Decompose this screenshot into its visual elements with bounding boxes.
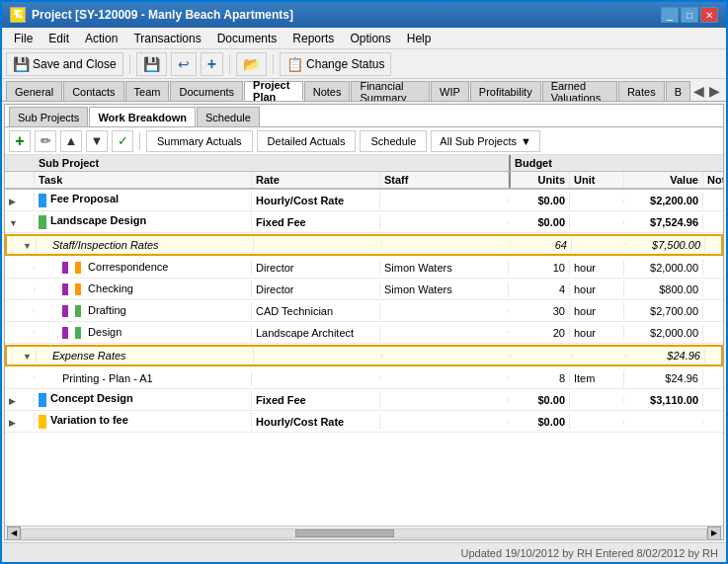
tab-contacts[interactable]: Contacts	[63, 81, 123, 101]
tab-earned-valuations[interactable]: Earned Valuations	[542, 81, 617, 101]
tab-sub-projects[interactable]: Sub Projects	[9, 107, 88, 126]
scrollbar-thumb[interactable]	[295, 529, 394, 537]
task-cell: Variation to fee	[35, 412, 252, 430]
change-status-button[interactable]: 📋 Change Status	[280, 52, 391, 76]
add-row-button[interactable]: +	[9, 130, 31, 152]
table-row[interactable]: Checking Director Simon Waters 4 hour $8…	[5, 279, 723, 300]
table-row[interactable]: Drafting CAD Technician 30 hour $2,700.0…	[5, 300, 723, 322]
sub-projects-dropdown[interactable]: All Sub Projects ▼	[431, 130, 540, 152]
units-cell: 64	[513, 237, 572, 253]
scroll-right-button[interactable]: ▶	[707, 526, 721, 540]
outer-tabs: General Contacts Team Documents Project …	[2, 79, 726, 102]
staff-cell: Simon Waters	[380, 260, 509, 276]
tab-profitability[interactable]: Profitability	[470, 81, 541, 101]
value-cell: $7,500.00	[626, 237, 705, 253]
menu-help[interactable]: Help	[401, 30, 438, 47]
task-cell: Concept Design	[35, 390, 252, 408]
tab-project-plan[interactable]: Project Plan	[244, 81, 303, 101]
expand-icon3[interactable]: ▶	[9, 418, 16, 428]
scrollbar-track[interactable]	[21, 528, 707, 538]
sub-col-task: Task	[35, 172, 252, 188]
table-row[interactable]: Correspondence Director Simon Waters 10 …	[5, 257, 723, 279]
sub-col-value: Value	[624, 172, 703, 188]
table-row[interactable]: Printing - Plan - A1 8 Item $24.96	[5, 367, 723, 389]
toolbar-separator-2	[229, 54, 230, 74]
tab-team[interactable]: Team	[125, 81, 170, 101]
table-row[interactable]: ▼ Landscape Design Fixed Fee $0.00 $7,52…	[5, 211, 723, 233]
save-close-button[interactable]: 💾 Save and Close	[6, 52, 123, 76]
expand-cell[interactable]: ▼	[7, 237, 37, 253]
tab-scroll-right[interactable]: ▶	[707, 81, 722, 101]
summary-actuals-btn[interactable]: Summary Actuals	[146, 130, 253, 152]
task-cell: Checking	[35, 281, 252, 297]
undo-button[interactable]: ↩	[171, 52, 197, 76]
table-row-highlighted[interactable]: ▼ Expense Rates $24.96	[5, 345, 723, 366]
collapse-icon[interactable]: ▼	[9, 218, 18, 228]
table-row[interactable]: ▶ Variation to fee Hourly/Cost Rate $0.0…	[5, 411, 723, 433]
expand-cell	[5, 331, 35, 335]
detailed-actuals-btn[interactable]: Detailed Actuals	[257, 130, 357, 152]
folder-button[interactable]: 📂	[236, 52, 267, 76]
scroll-left-button[interactable]: ◀	[7, 526, 21, 540]
close-button[interactable]: ✕	[700, 7, 718, 23]
tab-documents[interactable]: Documents	[170, 81, 243, 101]
rate-cell: Fixed Fee	[252, 214, 380, 230]
menu-edit[interactable]: Edit	[42, 30, 75, 47]
color-bar2	[75, 262, 81, 274]
table-row[interactable]: ▶ Concept Design Fixed Fee $0.00 $3,110.…	[5, 389, 723, 411]
edit-button[interactable]: ✏	[35, 130, 56, 152]
schedule-btn[interactable]: Schedule	[360, 130, 427, 152]
minimize-button[interactable]: _	[661, 7, 679, 23]
menu-transactions[interactable]: Transactions	[127, 30, 206, 47]
tab-schedule[interactable]: Schedule	[197, 107, 260, 126]
sub-col-units: Units	[511, 172, 570, 188]
menu-options[interactable]: Options	[344, 30, 396, 47]
table-row[interactable]: Design Landscape Architect 20 hour $2,00…	[5, 322, 723, 344]
expand-cell[interactable]: ▼	[5, 214, 35, 230]
menu-reports[interactable]: Reports	[286, 30, 340, 47]
sub-col-expand	[5, 172, 35, 188]
tab-rates[interactable]: Rates	[618, 81, 665, 101]
move-up-button[interactable]: ▲	[60, 130, 82, 152]
col-header-sub-project: Sub Project	[35, 155, 252, 171]
move-down-button[interactable]: ▼	[86, 130, 108, 152]
expand-cell[interactable]: ▶	[5, 414, 35, 430]
table-row[interactable]: ▶ Fee Proposal Hourly/Cost Rate $0.00 $2…	[5, 190, 723, 211]
expand-icon[interactable]: ▶	[9, 197, 16, 206]
note-cell	[703, 220, 723, 224]
expand-icon2[interactable]: ▶	[9, 396, 16, 406]
value-cell: $7,524.96	[624, 214, 703, 230]
maximize-button[interactable]: □	[681, 7, 698, 23]
units-cell: 10	[511, 260, 570, 276]
expand-cell[interactable]: ▶	[5, 392, 35, 408]
tab-scroll-left[interactable]: ◀	[691, 81, 706, 101]
rate-cell: Hourly/Cost Rate	[252, 414, 380, 430]
task-cell: Fee Proposal	[35, 191, 252, 208]
window-title: Project [SY-120009 - Manly Beach Apartme…	[32, 8, 293, 22]
staff-cell	[380, 199, 509, 202]
color-bar2	[75, 305, 81, 317]
title-bar-left: 🏗 Project [SY-120009 - Manly Beach Apart…	[10, 7, 293, 23]
note-cell	[703, 287, 723, 291]
color-indicator	[39, 194, 46, 207]
table-row-highlighted[interactable]: ▼ Staff/Inspection Rates 64 $7,500.00	[5, 234, 723, 256]
tab-general[interactable]: General	[6, 81, 62, 101]
horizontal-scrollbar[interactable]: ◀ ▶	[5, 525, 723, 539]
tab-financial-summary[interactable]: Financial Summary	[351, 81, 430, 101]
menu-documents[interactable]: Documents	[211, 30, 283, 47]
budget-cell: $0.00	[511, 214, 570, 230]
menu-file[interactable]: File	[8, 30, 39, 47]
tab-work-breakdown[interactable]: Work Breakdown	[89, 107, 196, 126]
add-button[interactable]: +	[201, 52, 223, 76]
tab-notes[interactable]: Notes	[304, 81, 351, 101]
tab-b[interactable]: B	[666, 81, 690, 101]
rate-cell: Director	[252, 260, 380, 276]
save-button[interactable]: 💾	[136, 52, 167, 76]
tab-wip[interactable]: WIP	[431, 81, 469, 101]
color-bar1	[62, 262, 68, 274]
expand-cell[interactable]: ▶	[5, 193, 35, 208]
expand-cell[interactable]: ▼	[7, 348, 37, 363]
menu-action[interactable]: Action	[79, 30, 123, 47]
status-bar: Updated 19/10/2012 by RH Entered 8/02/20…	[2, 542, 726, 562]
check-button[interactable]: ✓	[112, 130, 133, 152]
